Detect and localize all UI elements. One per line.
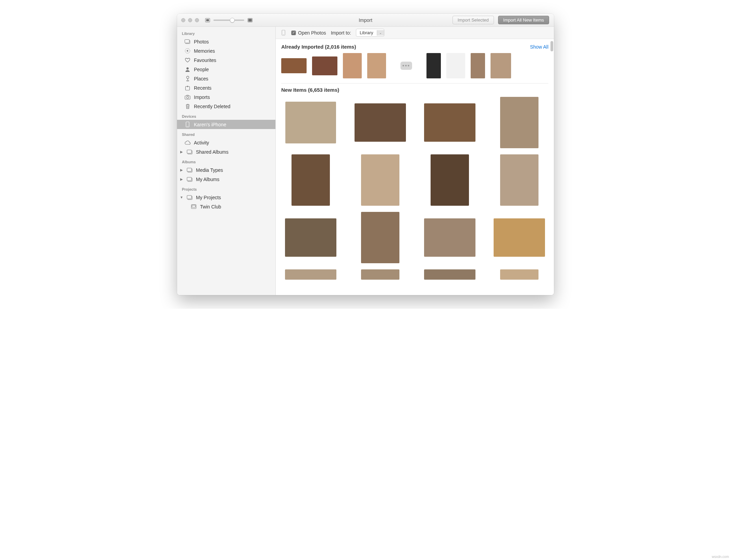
import-to-label: Import to: <box>331 30 351 36</box>
import-to-value: Library <box>356 29 377 36</box>
import-toolstrip: ✓ Open Photos Import to: Library ⌄ <box>276 27 554 39</box>
label: Twin Club <box>200 204 221 209</box>
sidebar-item-media-types[interactable]: ▶ Media Types <box>177 165 275 175</box>
photo-thumbnail <box>355 103 406 142</box>
label: Memories <box>194 48 215 54</box>
photo-thumbnail <box>285 218 336 257</box>
import-to-select[interactable]: Library ⌄ <box>356 29 384 37</box>
svg-point-17 <box>187 126 188 127</box>
svg-point-8 <box>186 76 189 79</box>
import-selected-button[interactable]: Import Selected <box>453 16 494 24</box>
already-imported-row: ••• <box>281 53 548 84</box>
sidebar-item-my-albums[interactable]: ▶ My Albums <box>177 175 275 184</box>
photo-thumbnail <box>292 154 330 206</box>
show-all-link[interactable]: Show All <box>530 44 548 50</box>
open-photos-checkbox[interactable]: ✓ Open Photos <box>291 30 326 36</box>
new-item-cell[interactable] <box>281 212 340 263</box>
photo-thumbnail <box>285 269 336 280</box>
new-item-cell[interactable] <box>420 269 479 280</box>
new-item-cell[interactable] <box>420 154 479 206</box>
new-item-cell[interactable] <box>490 154 548 206</box>
new-item-cell[interactable] <box>351 212 409 263</box>
slider-knob[interactable] <box>230 18 235 23</box>
open-photos-label: Open Photos <box>298 30 326 36</box>
new-item-cell[interactable] <box>351 154 409 206</box>
new-item-cell[interactable] <box>490 212 548 263</box>
already-thumb[interactable] <box>426 53 441 78</box>
sidebar-item-favourites[interactable]: Favourites <box>177 55 275 65</box>
already-thumb[interactable] <box>343 53 362 78</box>
sidebar-item-device-iphone[interactable]: Karen's iPhone <box>177 120 275 129</box>
new-item-cell[interactable] <box>490 97 548 148</box>
content-scroll[interactable]: Already Imported (2,016 items) Show All … <box>276 39 554 295</box>
disclosure-right-icon[interactable]: ▶ <box>180 177 183 181</box>
sidebar-item-memories[interactable]: Memories <box>177 46 275 55</box>
camera-icon <box>185 94 190 100</box>
label: Activity <box>194 140 209 145</box>
sidebar-item-activity[interactable]: Activity <box>177 138 275 147</box>
photo-thumbnail <box>361 212 399 263</box>
new-item-cell[interactable] <box>490 269 548 280</box>
new-item-cell[interactable] <box>281 154 340 206</box>
already-thumb[interactable]: ••• <box>400 62 412 70</box>
label: Imports <box>194 94 210 100</box>
photo-thumbnail <box>500 97 538 148</box>
already-thumb[interactable] <box>281 58 307 73</box>
minimize-window-button[interactable] <box>188 18 192 22</box>
new-item-cell[interactable] <box>281 269 340 280</box>
disclosure-right-icon[interactable]: ▶ <box>180 168 183 172</box>
label: Shared Albums <box>196 149 228 155</box>
already-thumb[interactable] <box>491 53 511 78</box>
sidebar-header-shared: Shared <box>177 129 275 138</box>
sidebar-item-my-projects[interactable]: ▼ My Projects <box>177 193 275 202</box>
photo-thumbnail <box>431 154 469 206</box>
svg-point-7 <box>186 67 188 69</box>
photo-thumbnail <box>494 218 545 257</box>
scrollbar-thumb[interactable] <box>550 41 553 51</box>
already-thumb[interactable] <box>471 53 485 78</box>
sidebar-header-projects: Projects <box>177 184 275 193</box>
already-thumb[interactable] <box>367 53 386 78</box>
label: Karen's iPhone <box>194 122 226 127</box>
photo-thumbnail <box>424 103 475 142</box>
disclosure-right-icon[interactable]: ▶ <box>180 150 183 154</box>
sidebar-header-library: Library <box>177 28 275 37</box>
new-item-cell[interactable] <box>351 269 409 280</box>
device-icon <box>281 30 286 36</box>
thumbnail-small-icon[interactable] <box>205 18 210 22</box>
close-window-button[interactable] <box>181 18 185 22</box>
label: My Projects <box>196 195 221 200</box>
sidebar-item-photos[interactable]: Photos <box>177 37 275 46</box>
import-all-button[interactable]: Import All New Items <box>498 16 549 24</box>
svg-rect-27 <box>192 205 196 207</box>
label: Favourites <box>194 58 216 63</box>
sidebar-item-people[interactable]: People <box>177 65 275 74</box>
already-thumb[interactable] <box>446 53 465 78</box>
label: My Albums <box>196 177 219 182</box>
new-item-cell[interactable] <box>281 97 340 148</box>
sidebar-item-imports[interactable]: Imports <box>177 92 275 102</box>
label: Photos <box>194 39 209 44</box>
new-item-cell[interactable] <box>420 212 479 263</box>
svg-rect-23 <box>187 177 191 181</box>
sidebar-item-recents[interactable]: Recents <box>177 83 275 92</box>
sidebar-item-places[interactable]: Places <box>177 74 275 83</box>
label: Media Types <box>196 167 223 173</box>
thumbnail-size-slider[interactable] <box>213 20 244 21</box>
new-item-cell[interactable] <box>420 97 479 148</box>
svg-rect-19 <box>187 150 191 153</box>
person-icon <box>185 66 190 72</box>
thumbnail-large-icon[interactable] <box>248 18 252 22</box>
label: Recents <box>194 85 211 91</box>
titlebar: Import Import Selected Import All New It… <box>177 14 554 27</box>
disclosure-down-icon[interactable]: ▼ <box>180 195 183 199</box>
album-stack-icon <box>187 194 193 200</box>
already-imported-title: Already Imported (2,016 items) <box>281 44 356 50</box>
sidebar-item-shared-albums[interactable]: ▶ Shared Albums <box>177 147 275 156</box>
svg-rect-5 <box>185 39 189 43</box>
zoom-window-button[interactable] <box>195 18 199 22</box>
sidebar-item-recently-deleted[interactable]: Recently Deleted <box>177 102 275 111</box>
sidebar-item-twin-club[interactable]: Twin Club <box>177 202 275 211</box>
already-thumb[interactable] <box>312 56 337 75</box>
new-item-cell[interactable] <box>351 97 409 148</box>
